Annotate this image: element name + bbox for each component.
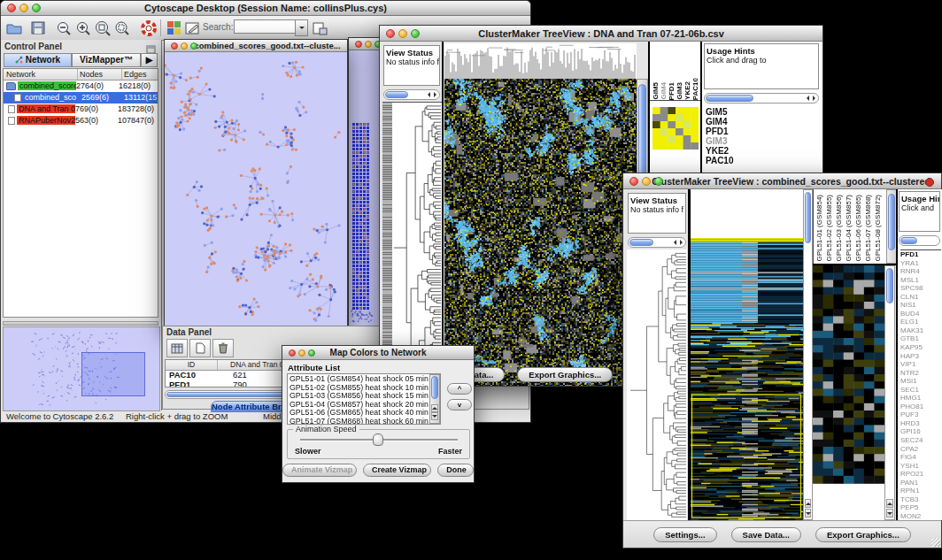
- gene-list-item[interactable]: CLN1: [900, 293, 941, 302]
- treeview2-button[interactable]: Settings...: [653, 527, 716, 542]
- help-lifering-icon[interactable]: [139, 19, 158, 37]
- gene-list-item[interactable]: VIP1: [900, 360, 941, 369]
- treeview1-heatmap[interactable]: [444, 79, 637, 386]
- scroll-left-icon[interactable]: [807, 96, 809, 101]
- treeview2-button[interactable]: Save Data...: [731, 527, 801, 542]
- gene-list-item[interactable]: HMG1: [900, 394, 941, 403]
- move-up-button[interactable]: ^: [447, 383, 472, 395]
- scroll-left-icon[interactable]: [674, 240, 676, 245]
- column-label[interactable]: GPL51-02 (GSM855): [825, 195, 835, 262]
- gene-list-item[interactable]: BUD4: [900, 310, 941, 318]
- scroll-right-icon[interactable]: [434, 92, 436, 97]
- gene-list-item[interactable]: CPA2: [900, 445, 941, 454]
- dialog-button[interactable]: Done: [437, 464, 474, 477]
- gene-list-item[interactable]: GIM3: [706, 136, 819, 146]
- usage-hints-hscrollbar[interactable]: [704, 93, 819, 104]
- hscroll-thumb[interactable]: [629, 239, 653, 246]
- column-label[interactable]: GIM3: [676, 82, 683, 100]
- gene-list-item[interactable]: MON2: [900, 512, 941, 519]
- hscroll-thumb[interactable]: [706, 95, 753, 102]
- zoom-button[interactable]: [654, 177, 663, 186]
- zoom-button[interactable]: [32, 4, 41, 12]
- treeview1-array-dendrogram[interactable]: [444, 43, 637, 79]
- slider-thumb[interactable]: [373, 433, 383, 446]
- dialog-button[interactable]: Animate Vizmap: [282, 464, 357, 477]
- save-icon[interactable]: [28, 19, 47, 37]
- gene-list-item[interactable]: SPC98: [900, 284, 941, 293]
- gene-list-item[interactable]: SEC1: [900, 386, 941, 395]
- column-label[interactable]: PFD1: [668, 82, 676, 100]
- zoom-button[interactable]: [190, 42, 197, 50]
- column-label[interactable]: GPL51-01 (GSM854): [815, 195, 825, 262]
- treeview2-zoom-heatmap[interactable]: [813, 265, 884, 520]
- column-label[interactable]: GPL51-04 (GSM857): [845, 195, 854, 262]
- vscroll-thumb[interactable]: [888, 194, 895, 250]
- gene-list-item[interactable]: PFD1: [900, 250, 941, 259]
- attribute-list-vscrollbar[interactable]: [429, 374, 440, 424]
- column-label[interactable]: YKE2: [683, 81, 691, 100]
- gene-list-item[interactable]: YKE2: [706, 146, 819, 156]
- gene-list-item[interactable]: YRA1: [900, 259, 941, 268]
- scroll-up-icon[interactable]: [886, 499, 893, 508]
- attribute-list-item[interactable]: GPL51-07 (GSM868) heat shock 60 min: [290, 418, 440, 426]
- treeview2-heatmap[interactable]: [691, 238, 803, 520]
- gene-list-item[interactable]: HRD3: [900, 419, 941, 428]
- minimize-button[interactable]: [398, 29, 407, 38]
- treeview2-vscrollbar[interactable]: [803, 189, 813, 520]
- open-file-icon[interactable]: [4, 19, 23, 37]
- column-header-edges[interactable]: Edges: [122, 69, 158, 80]
- gene-list-item[interactable]: GPI16: [900, 427, 941, 436]
- column-header-network[interactable]: Network: [4, 69, 78, 80]
- scroll-right-icon[interactable]: [680, 240, 683, 245]
- resize-grip[interactable]: [931, 538, 940, 547]
- minimize-button[interactable]: [365, 41, 372, 48]
- move-down-button[interactable]: v: [447, 399, 472, 410]
- gene-list-item[interactable]: PUF3: [900, 410, 941, 419]
- minimize-button[interactable]: [19, 4, 28, 12]
- minimize-button[interactable]: [298, 349, 305, 357]
- gene-list-item[interactable]: GIM4: [706, 117, 819, 127]
- gene-list-item[interactable]: HAP3: [900, 352, 941, 361]
- network-table-row[interactable]: combined_sco 2569(6) 13112(15): [4, 92, 158, 104]
- treeview1-titlebar[interactable]: ClusterMaker TreeView : DNA and Tran 07-…: [380, 26, 822, 42]
- tab-network[interactable]: Network: [4, 53, 72, 67]
- attribute-list-item[interactable]: GPL51-04 (GSM857) heat shock 20 min: [290, 401, 440, 410]
- close-button[interactable]: [386, 29, 395, 38]
- gene-list-item[interactable]: SEC24: [900, 436, 941, 445]
- gene-list-item[interactable]: NIS1: [900, 301, 941, 310]
- network-table-row[interactable]: combined_scores 2764(0) 16218(0): [4, 81, 158, 92]
- attribute-select-icon[interactable]: [166, 339, 188, 357]
- network1-canvas[interactable]: [165, 52, 347, 326]
- dialog-button[interactable]: Create Vizmap: [363, 464, 431, 477]
- gene-list-item[interactable]: RNR4: [900, 267, 941, 276]
- zoom-in-icon[interactable]: [73, 19, 92, 37]
- zoom-fit-icon[interactable]: [93, 19, 112, 37]
- zoom-button[interactable]: [308, 349, 315, 357]
- tab-vizmapper[interactable]: VizMapper™: [72, 53, 141, 67]
- column-label[interactable]: GIM4: [660, 82, 668, 100]
- search-input[interactable]: [234, 19, 297, 34]
- column-label[interactable]: PAC10: [691, 78, 699, 100]
- attribute-list-item[interactable]: GPL51-06 (GSM865) heat shock 40 min: [290, 409, 440, 418]
- zoom-heatmap-vscrollbar[interactable]: [884, 265, 895, 520]
- gene-list-item[interactable]: TCB3: [900, 495, 941, 504]
- gene-list-item[interactable]: MSL1: [900, 276, 941, 285]
- annotation-icon[interactable]: [183, 19, 202, 37]
- zoom-out-icon[interactable]: [54, 19, 73, 37]
- new-attribute-icon[interactable]: [189, 339, 211, 357]
- minimize-button[interactable]: [642, 177, 651, 186]
- scroll-down-icon[interactable]: [886, 509, 893, 518]
- treeview2-gene-dendrogram[interactable]: [627, 249, 687, 520]
- scroll-left-icon[interactable]: [428, 92, 430, 97]
- gene-list-item[interactable]: MAK31: [900, 326, 941, 335]
- network2-canvas[interactable]: [349, 50, 381, 328]
- vscroll-thumb[interactable]: [805, 192, 811, 243]
- scroll-down-icon[interactable]: [805, 509, 811, 518]
- close-button[interactable]: [289, 349, 296, 357]
- scroll-down-icon[interactable]: [431, 412, 438, 420]
- column-label[interactable]: GPL51-03 (GSM856): [835, 195, 845, 262]
- treeview2-titlebar[interactable]: ClusterMaker TreeView : combined_scores_…: [623, 173, 941, 189]
- column-label[interactable]: GPL51-07 (GSM868): [864, 195, 874, 262]
- export-graphics-button[interactable]: Export Graphics...: [517, 367, 613, 382]
- gene-list-item[interactable]: RPN1: [900, 487, 941, 495]
